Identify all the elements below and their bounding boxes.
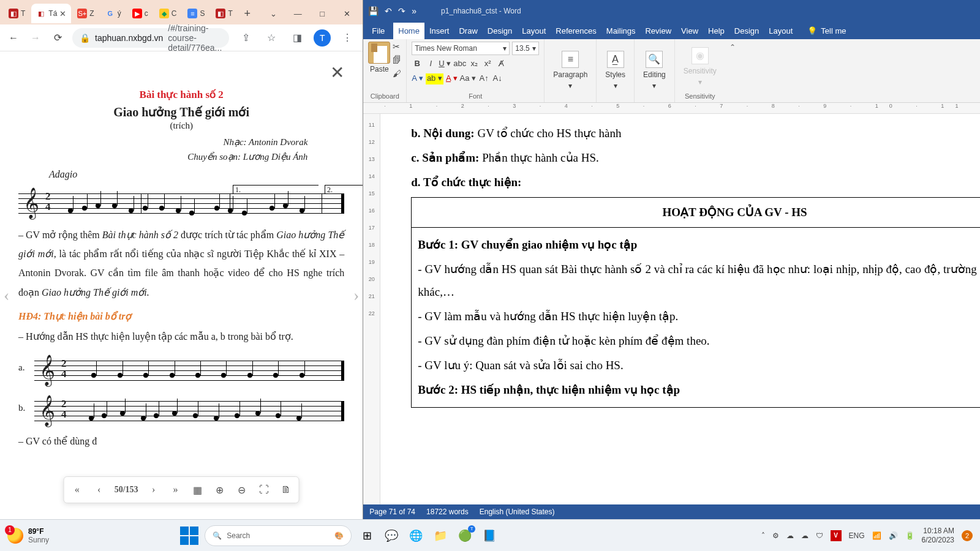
tab-0[interactable]: ◧T (4, 4, 30, 23)
tab-3[interactable]: Gý (100, 4, 126, 23)
zoom-out-icon[interactable]: ⊖ (235, 484, 249, 496)
reload-button[interactable]: ⟳ (50, 31, 65, 45)
url-input[interactable]: 🔒 taphuan.nxbgd.vn/#/training-course-det… (72, 28, 229, 48)
document-page[interactable]: b. Nội dung: GV tổ chức cho HS thực hành… (380, 114, 980, 504)
profile-avatar[interactable]: T (314, 29, 331, 47)
tab-mailings[interactable]: Mailings (601, 23, 641, 39)
tab-help[interactable]: Help (703, 23, 729, 39)
language-indicator[interactable]: ENG (849, 531, 865, 540)
first-page-button[interactable]: « (70, 484, 84, 495)
tab-7[interactable]: ◧T (211, 4, 237, 23)
font-size-select[interactable]: 13.5▾ (512, 42, 539, 55)
wifi-icon[interactable]: 📶 (872, 531, 881, 540)
language-indicator[interactable]: English (United States) (480, 508, 555, 516)
font-family-select[interactable]: Times New Roman▾ (412, 42, 510, 55)
menu-icon[interactable]: ⋮ (338, 29, 356, 47)
weather-widget[interactable]: 1 89°FSunny (7, 527, 49, 544)
tab-draw[interactable]: Draw (454, 23, 482, 39)
grow-font-button[interactable]: A↑ (478, 73, 489, 84)
back-button[interactable]: ← (6, 31, 21, 45)
tab-1-active[interactable]: ◧Tá✕ (31, 4, 71, 23)
change-case-button[interactable]: Aa ▾ (460, 73, 477, 84)
notification-badge[interactable]: 2 (962, 530, 973, 541)
next-page-arrow[interactable]: › (353, 285, 359, 305)
task-view-button[interactable]: ⊞ (358, 527, 376, 545)
tab-4[interactable]: ▶c (127, 4, 153, 23)
page-icon[interactable]: 🗎 (279, 484, 293, 495)
tab-layout[interactable]: Layout (517, 23, 551, 39)
start-button[interactable] (180, 527, 198, 545)
bookmark-icon[interactable]: ☆ (262, 29, 281, 47)
unikey-icon[interactable]: V (831, 530, 842, 541)
taskbar-search[interactable]: 🔍Search🎨 (205, 525, 352, 546)
fullscreen-icon[interactable]: ⛶ (257, 484, 271, 495)
tab-insert[interactable]: Insert (424, 23, 454, 39)
redo-button[interactable]: ↷ (398, 6, 405, 16)
share-icon[interactable]: ⇪ (236, 29, 255, 47)
clock[interactable]: 10:18 AM6/20/2023 (922, 527, 954, 544)
tab-home[interactable]: Home (393, 23, 424, 39)
tab-6[interactable]: ≡S (183, 4, 209, 23)
tab-table-design[interactable]: Design (729, 23, 764, 39)
word-button[interactable]: 📘 (480, 527, 499, 545)
copy-button[interactable]: 🗐 (393, 55, 401, 65)
editing-button[interactable]: 🔍Editing▾ (639, 48, 669, 92)
paste-icon[interactable] (368, 42, 390, 64)
collapse-ribbon-button[interactable]: ⌃ (725, 39, 740, 102)
clear-format-button[interactable]: A̸ (496, 59, 507, 70)
chrome-button[interactable]: 🟢T (456, 527, 474, 545)
italic-button[interactable]: I (425, 59, 436, 70)
font-color-button[interactable]: A ▾ (446, 73, 458, 84)
subscript-button[interactable]: x₂ (469, 59, 480, 70)
tab-design[interactable]: Design (483, 23, 517, 39)
close-tab-icon[interactable]: ✕ (59, 9, 66, 18)
qat-more-button[interactable]: » (412, 6, 417, 16)
prev-page-arrow[interactable]: ‹ (4, 285, 9, 305)
page-indicator[interactable]: Page 71 of 74 (369, 508, 415, 516)
tab-2[interactable]: S+Z (72, 4, 99, 23)
undo-button[interactable]: ↶ (385, 6, 392, 16)
explorer-button[interactable]: 📁 (431, 527, 450, 545)
grid-view-icon[interactable]: ▦ (191, 484, 205, 496)
security-icon[interactable]: 🛡 (816, 531, 823, 540)
tab-references[interactable]: References (551, 23, 601, 39)
tray-overflow-button[interactable]: ˄ (761, 531, 765, 540)
superscript-button[interactable]: x² (482, 59, 493, 70)
strike-button[interactable]: abc (453, 59, 466, 70)
zoom-in-icon[interactable]: ⊕ (213, 484, 227, 496)
word-count[interactable]: 18722 words (426, 508, 469, 516)
cut-button[interactable]: ✂ (393, 42, 401, 51)
minimize-button[interactable]: — (285, 4, 310, 23)
forward-button[interactable]: → (28, 31, 43, 45)
save-button[interactable]: 💾 (368, 6, 379, 16)
chat-button[interactable]: 💬 (382, 527, 401, 545)
settings-icon[interactable]: ⚙ (772, 531, 779, 540)
bold-button[interactable]: B (412, 59, 423, 70)
onedrive-icon-2[interactable]: ☁ (801, 531, 809, 540)
last-page-button[interactable]: » (169, 484, 183, 495)
tab-5[interactable]: ◆C (154, 4, 182, 23)
highlight-button[interactable]: ab ▾ (426, 73, 443, 84)
close-window-button[interactable]: ✕ (334, 4, 359, 23)
styles-button[interactable]: A̲Styles▾ (601, 48, 629, 92)
shrink-font-button[interactable]: A↓ (492, 73, 503, 84)
battery-icon[interactable]: 🔋 (905, 531, 914, 540)
tab-review[interactable]: Review (640, 23, 676, 39)
tab-table-layout[interactable]: Layout (764, 23, 797, 39)
edge-button[interactable]: 🌐 (407, 527, 425, 545)
prev-page-button[interactable]: ‹ (92, 484, 106, 495)
underline-button[interactable]: U ▾ (439, 59, 451, 70)
sidepanel-icon[interactable]: ◨ (288, 29, 306, 47)
tab-file[interactable]: File (363, 23, 393, 39)
volume-icon[interactable]: 🔊 (889, 531, 898, 540)
format-painter-button[interactable]: 🖌 (393, 69, 401, 78)
vertical-ruler[interactable]: 111213141516171819202122 (363, 114, 380, 504)
new-tab-button[interactable]: + (239, 5, 256, 22)
tab-view[interactable]: View (676, 23, 703, 39)
tab-search-icon[interactable]: ⌄ (261, 4, 285, 23)
next-page-button[interactable]: › (147, 484, 160, 495)
text-effects-button[interactable]: A ▾ (412, 73, 423, 84)
close-document-icon[interactable]: ✕ (330, 62, 344, 83)
horizontal-ruler[interactable]: · 1 · 2 · 3 · 4 · 5 · 6 · 7 · 8 · 9 · 10… (363, 103, 980, 114)
tell-me-search[interactable]: 💡Tell me (802, 23, 851, 39)
